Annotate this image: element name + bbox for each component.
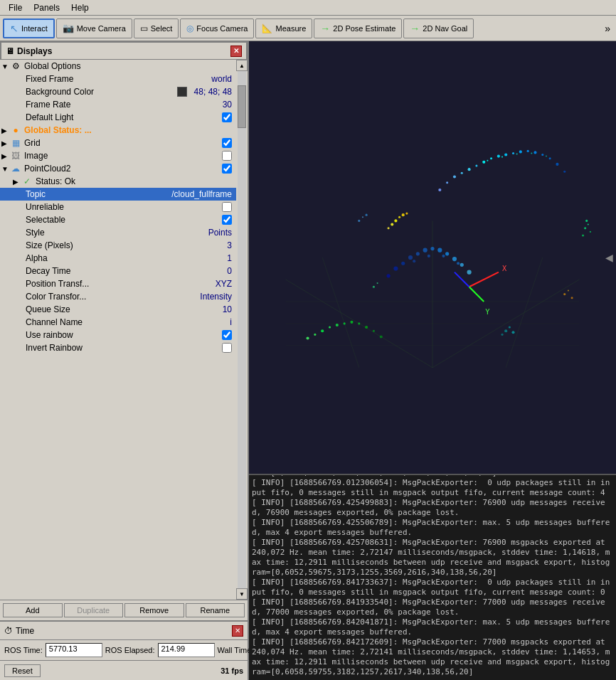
log-line: [ INFO] [1688566769.842041871]: MsgPackE… <box>252 617 613 637</box>
menu-panels[interactable]: Panels <box>28 1 65 14</box>
expand-icon[interactable]: ▶ <box>1 139 10 147</box>
svg-point-84 <box>582 234 584 236</box>
expand-icon[interactable]: ▼ <box>1 63 10 70</box>
list-item[interactable]: Position Transf... XYZ <box>0 277 236 290</box>
expand-icon[interactable]: ▼ <box>1 165 10 173</box>
unreliable-checkbox[interactable] <box>222 202 232 212</box>
item-label: Queue Size <box>24 304 220 314</box>
duplicate-button[interactable]: Duplicate <box>64 603 124 617</box>
list-item[interactable]: Background Color 48; 48; 48 <box>0 85 236 98</box>
tree-list: ▼ ⚙ Global Options Fixed Frame world <box>0 60 236 600</box>
svg-point-80 <box>585 220 588 222</box>
log-line: [ INFO] [1688566769.012306054]: MsgPackE… <box>252 478 613 498</box>
measure-label: Measure <box>275 24 306 33</box>
toolbar-measure-button[interactable]: 📐 Measure <box>255 18 312 38</box>
svg-point-57 <box>467 270 472 275</box>
list-item[interactable]: Queue Size 10 <box>0 303 236 316</box>
scroll-down-button[interactable]: ▼ <box>236 588 248 600</box>
main-layout: 🖥 Displays ✕ ▼ ⚙ Global Options <box>0 41 616 680</box>
expand-icon[interactable]: ▶ <box>13 178 21 186</box>
svg-point-35 <box>344 322 346 324</box>
time-panel: ⏱ Time ✕ ROS Time: 5770.13 ROS Elapsed: … <box>0 620 248 680</box>
svg-point-23 <box>438 188 441 191</box>
add-button[interactable]: Add <box>3 603 63 617</box>
default-light-checkbox[interactable] <box>222 112 232 122</box>
list-item[interactable]: Use rainbow <box>0 329 236 341</box>
list-item[interactable]: Invert Rainbow <box>0 341 236 354</box>
list-item[interactable]: Alpha 1 <box>0 252 236 265</box>
item-value: 30 <box>220 100 235 110</box>
list-item[interactable]: Color Transfor... Intensity <box>0 290 236 303</box>
item-label: Image <box>23 151 222 161</box>
toolbar-select-button[interactable]: ▭ Select <box>134 18 179 38</box>
time-panel-close-button[interactable]: ✕ <box>232 625 243 637</box>
remove-button[interactable]: Remove <box>124 603 184 617</box>
status-area: Reset 31 fps <box>0 660 248 680</box>
list-item[interactable]: Topic /cloud_fullframe <box>0 188 236 201</box>
toolbar-2d-pose-button[interactable]: → 2D Pose Estimate <box>314 18 402 38</box>
svg-point-27 <box>487 160 488 161</box>
list-item[interactable]: ▶ ▦ Grid <box>0 137 236 149</box>
expand-icon[interactable]: ▶ <box>1 127 10 134</box>
toolbar-focus-camera-button[interactable]: ◎ Focus Camera <box>180 18 254 38</box>
expand-icon[interactable]: ▶ <box>1 152 10 160</box>
item-value: world <box>208 74 235 84</box>
item-value: i <box>227 317 235 327</box>
selectable-checkbox[interactable] <box>222 215 232 225</box>
invert-rainbow-checkbox[interactable] <box>222 343 232 353</box>
list-item[interactable]: Size (Pixels) 3 <box>0 239 236 252</box>
grid-checkbox[interactable] <box>222 138 232 148</box>
item-label: Background Color <box>24 87 177 97</box>
list-item[interactable]: Channel Name i <box>0 316 236 329</box>
svg-point-33 <box>329 326 331 328</box>
monitor-icon: 🖥 <box>6 46 14 56</box>
list-item[interactable]: ▶ 🖼 Image <box>0 149 236 162</box>
list-item[interactable]: Unreliable <box>0 201 236 213</box>
scrollbar[interactable]: ▲ ▼ <box>236 60 248 600</box>
list-item[interactable]: Frame Rate 30 <box>0 98 236 111</box>
toolbar-more-icon[interactable]: » <box>602 21 613 36</box>
displays-panel-header: 🖥 Displays ✕ <box>0 41 248 60</box>
item-label: Global Status: ... <box>23 125 235 135</box>
svg-point-82 <box>584 227 586 229</box>
list-item[interactable]: ▶ ● Global Status: ... <box>0 124 236 137</box>
log-area[interactable]: [ INFO] [1688566768.593627529]: MsgPackE… <box>249 474 616 680</box>
list-item[interactable]: Fixed Frame world <box>0 73 236 85</box>
menu-file[interactable]: File <box>3 1 28 14</box>
item-value: 1 <box>224 253 235 263</box>
rename-button[interactable]: Rename <box>186 603 245 617</box>
item-label: Size (Pixels) <box>24 240 224 250</box>
list-item[interactable]: ▶ ✓ Status: Ok <box>0 175 236 188</box>
toolbar-interact-button[interactable]: ↖ Interact <box>3 18 55 38</box>
3d-viewport[interactable]: X Y ◀ <box>249 41 616 474</box>
item-value: 3 <box>224 240 235 250</box>
scroll-thumb[interactable] <box>238 85 246 128</box>
list-item[interactable]: ▼ ☁ PointCloud2 <box>0 162 236 175</box>
toolbar-2d-nav-button[interactable]: → 2D Nav Goal <box>403 18 474 38</box>
list-item[interactable]: Selectable <box>0 213 236 226</box>
svg-point-64 <box>457 262 460 265</box>
list-item[interactable]: Decay Time 0 <box>0 265 236 277</box>
viewport-collapse-icon[interactable]: ◀ <box>605 252 613 263</box>
grid-icon: ▦ <box>10 138 21 148</box>
menu-help[interactable]: Help <box>65 1 95 14</box>
list-item[interactable]: Style Points <box>0 226 236 239</box>
use-rainbow-checkbox[interactable] <box>222 330 232 340</box>
log-line: [ INFO] [1688566769.841933540]: MsgPackE… <box>252 597 613 617</box>
item-label: PointCloud2 <box>23 164 222 174</box>
svg-point-63 <box>442 255 445 257</box>
svg-point-24 <box>549 157 551 159</box>
displays-panel-close-button[interactable]: ✕ <box>230 46 242 57</box>
pointcloud2-checkbox[interactable] <box>222 164 232 174</box>
ros-time-value[interactable]: 5770.13 <box>46 643 102 657</box>
list-item[interactable]: Default Light <box>0 111 236 124</box>
reset-button[interactable]: Reset <box>4 664 41 677</box>
scroll-up-button[interactable]: ▲ <box>236 60 248 71</box>
fps-label: 31 fps <box>221 666 243 675</box>
list-item[interactable]: ▼ ⚙ Global Options <box>0 60 236 73</box>
image-checkbox[interactable] <box>222 151 232 161</box>
svg-point-49 <box>408 255 413 260</box>
svg-point-61 <box>413 260 415 262</box>
toolbar-move-camera-button[interactable]: 📷 Move Camera <box>56 18 132 38</box>
ros-elapsed-value[interactable]: 214.99 <box>158 643 215 657</box>
